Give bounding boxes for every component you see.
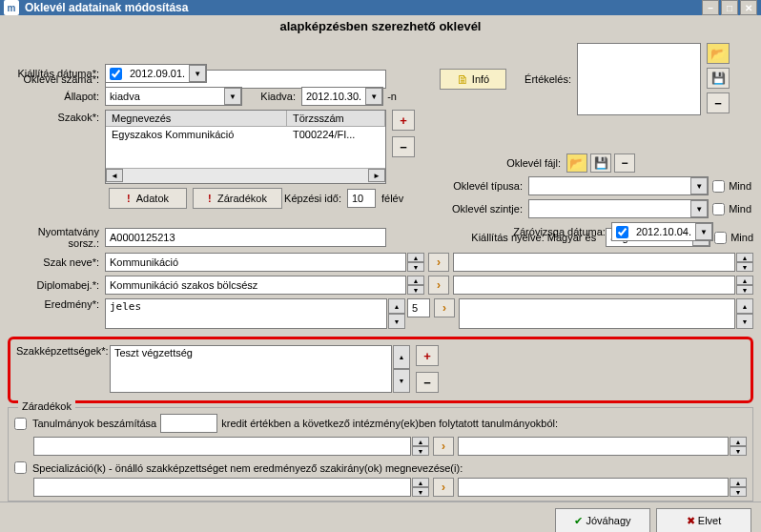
spec-checkbox[interactable] xyxy=(14,461,27,474)
diplomabej-extra-up[interactable]: ▲ xyxy=(736,276,753,285)
eval-open-button[interactable]: 📂 xyxy=(707,43,730,64)
majors-remove-button[interactable]: − xyxy=(392,136,415,157)
issued-date-value: 2012.10.30. xyxy=(302,91,365,102)
diplomabej-up[interactable]: ▲ xyxy=(407,276,424,285)
qualification-item: Teszt végzettség xyxy=(114,347,387,358)
grid-scroll-left[interactable]: ◄ xyxy=(106,169,123,182)
major-name-down[interactable]: ▼ xyxy=(407,262,424,272)
major-name-up[interactable]: ▲ xyxy=(407,253,424,262)
evaluation-textarea[interactable] xyxy=(577,43,701,115)
major-name-extra-down[interactable]: ▼ xyxy=(736,262,753,272)
titlebar: m Oklevél adatainak módosítása – □ ✕ xyxy=(0,0,761,15)
issue-date-dropdown[interactable]: ▼ xyxy=(189,65,206,82)
arrow-right-icon-2: › xyxy=(437,278,441,292)
qual-remove-button[interactable]: − xyxy=(416,372,439,393)
grid-col-name: Megnevezés xyxy=(106,111,287,126)
spec-next-button[interactable]: › xyxy=(433,478,454,497)
credit-inst-extra-up[interactable]: ▲ xyxy=(730,437,747,446)
major-name-input[interactable] xyxy=(105,253,406,272)
result-extra-down[interactable]: ▼ xyxy=(736,314,753,329)
final-exam-checkbox[interactable] xyxy=(616,226,628,238)
credit-input[interactable] xyxy=(160,414,217,433)
major-name-extra-input[interactable] xyxy=(453,253,735,272)
diplomabej-extra-down[interactable]: ▼ xyxy=(736,285,753,295)
label-major-name: Szak neve*: xyxy=(8,256,105,268)
open-folder-icon-2: 📂 xyxy=(569,156,585,171)
state-value: kiadva xyxy=(106,91,224,102)
issue-date-checkbox[interactable] xyxy=(110,68,122,80)
clauses-button[interactable]: ! Záradékok xyxy=(193,188,282,209)
check-icon: ✔ xyxy=(574,515,583,527)
result-extra-up[interactable]: ▲ xyxy=(736,298,753,314)
data-button[interactable]: ! Adatok xyxy=(109,188,187,209)
spec-extra-input[interactable] xyxy=(458,478,729,497)
excl-icon-2: ! xyxy=(208,193,212,204)
train-time-input[interactable] xyxy=(347,189,376,208)
discard-button[interactable]: ✖ Elvet xyxy=(656,508,751,532)
label-train-time: Képzési idő: xyxy=(282,193,347,204)
diploma-level-all-checkbox[interactable] xyxy=(712,203,725,215)
qual-add-button[interactable]: + xyxy=(416,345,439,366)
diploma-type-all-checkbox[interactable] xyxy=(712,180,725,193)
result-extra-input[interactable] xyxy=(459,298,735,329)
credit-inst-next-button[interactable]: › xyxy=(433,437,454,456)
diplomabej-input[interactable] xyxy=(105,276,406,295)
result-up[interactable]: ▲ xyxy=(388,298,405,314)
file-save-button[interactable]: 💾 xyxy=(590,153,611,173)
label-final-exam-date: Záróvizsga dátuma: xyxy=(513,226,611,237)
diploma-level-dropdown[interactable]: ▼ xyxy=(690,200,708,217)
info-button[interactable]: 🗎 Infó xyxy=(440,69,506,90)
qual-down[interactable]: ▼ xyxy=(393,369,410,393)
label-diploma-level: Oklevél szintje: xyxy=(433,203,528,215)
label-credit-b: kredit értékben a következő intézmény(ek… xyxy=(221,418,558,429)
major-name-extra-up[interactable]: ▲ xyxy=(736,253,753,262)
diplomabej-next-button[interactable]: › xyxy=(428,276,449,295)
grid-scroll-right[interactable]: ► xyxy=(368,169,385,182)
page-title: alapképzésben szerezhető oklevél xyxy=(0,15,761,39)
result-down[interactable]: ▼ xyxy=(388,314,405,329)
file-open-button[interactable]: 📂 xyxy=(566,153,587,173)
fieldset-clauses-label: Záradékok xyxy=(18,400,75,412)
spec-extra-down[interactable]: ▼ xyxy=(730,487,747,497)
label-on: -n xyxy=(383,91,397,102)
minimize-button[interactable]: – xyxy=(702,0,719,15)
spec-extra-up[interactable]: ▲ xyxy=(730,478,747,487)
approve-button[interactable]: ✔ Jóváhagy xyxy=(555,508,650,532)
diploma-type-dropdown[interactable]: ▼ xyxy=(690,177,708,194)
result-next-button[interactable]: › xyxy=(434,298,455,317)
majors-grid[interactable]: Megnevezés Törzsszám Egyszakos Kommuniká… xyxy=(105,110,386,184)
majors-add-button[interactable]: + xyxy=(392,110,415,131)
maximize-button[interactable]: □ xyxy=(721,0,738,15)
credit-inst-extra-input[interactable] xyxy=(458,437,729,456)
spec-up[interactable]: ▲ xyxy=(412,478,429,487)
result-num-input[interactable] xyxy=(407,298,430,317)
label-result: Eredmény*: xyxy=(8,298,105,310)
credit-inst-up[interactable]: ▲ xyxy=(412,437,429,446)
label-diplomabej: Diplomabej.*: xyxy=(8,279,105,291)
file-remove-button[interactable]: − xyxy=(614,153,635,173)
spec-input[interactable] xyxy=(33,478,411,497)
qualifications-list[interactable]: Teszt végzettség xyxy=(110,345,392,393)
close-button[interactable]: ✕ xyxy=(740,0,757,15)
diplomabej-extra-input[interactable] xyxy=(453,276,735,295)
spec-down[interactable]: ▼ xyxy=(412,487,429,497)
form-no-input[interactable] xyxy=(105,228,386,247)
credit-inst-down[interactable]: ▼ xyxy=(412,446,429,456)
arrow-right-icon-3: › xyxy=(442,301,446,315)
major-name-next-button[interactable]: › xyxy=(428,253,449,272)
qual-up[interactable]: ▲ xyxy=(393,345,410,369)
credit-checkbox[interactable] xyxy=(14,418,27,430)
eval-save-button[interactable]: 💾 xyxy=(707,68,730,89)
grid-cell-name: Egyszakos Kommunikáció xyxy=(106,127,287,142)
label-mind-1: Mind xyxy=(729,180,751,192)
diplomabej-down[interactable]: ▼ xyxy=(407,285,424,295)
state-dropdown[interactable]: ▼ xyxy=(224,88,241,105)
issued-date-dropdown[interactable]: ▼ xyxy=(365,88,382,105)
eval-remove-button[interactable]: − xyxy=(707,92,730,113)
final-exam-dropdown[interactable]: ▼ xyxy=(695,223,712,240)
credit-inst-input[interactable] xyxy=(33,437,411,456)
credit-inst-extra-down[interactable]: ▼ xyxy=(730,446,747,456)
label-diploma-type: Oklevél típusa: xyxy=(433,180,528,192)
label-state: Állapot: xyxy=(8,91,105,102)
result-input[interactable]: jeles xyxy=(105,298,387,329)
